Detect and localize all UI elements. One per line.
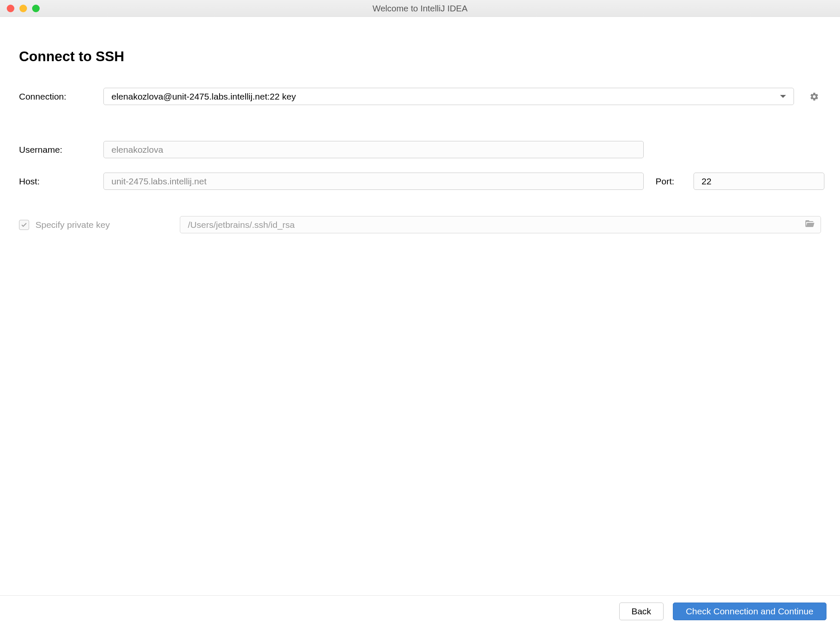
connection-row: Connection: elenakozlova@unit-2475.labs.… (19, 88, 821, 105)
private-key-row: Specify private key /Users/jetbrains/.ss… (19, 216, 821, 233)
port-input[interactable] (694, 173, 824, 190)
back-button[interactable]: Back (619, 603, 664, 620)
host-input[interactable] (103, 173, 644, 190)
gear-icon (810, 92, 819, 101)
connection-value: elenakozlova@unit-2475.labs.intellij.net… (111, 92, 780, 102)
chevron-down-icon (780, 95, 786, 98)
private-key-path-value: /Users/jetbrains/.ssh/id_rsa (188, 220, 805, 230)
username-label: Username: (19, 145, 103, 155)
private-key-checkbox-container: Specify private key (19, 220, 180, 230)
port-label: Port: (656, 176, 694, 186)
host-row: Host: Port: (19, 173, 821, 190)
connection-label: Connection: (19, 92, 103, 102)
title-bar: Welcome to IntelliJ IDEA (0, 0, 840, 17)
window-controls (7, 5, 40, 12)
private-key-path-field[interactable]: /Users/jetbrains/.ssh/id_rsa (180, 216, 821, 233)
private-key-label: Specify private key (35, 220, 110, 230)
maximize-window-button[interactable] (32, 5, 40, 12)
private-key-checkbox[interactable] (19, 220, 29, 230)
connection-dropdown-container: elenakozlova@unit-2475.labs.intellij.net… (103, 88, 821, 105)
continue-button[interactable]: Check Connection and Continue (673, 603, 826, 620)
minimize-window-button[interactable] (19, 5, 27, 12)
footer: Back Check Connection and Continue (0, 595, 840, 627)
username-input[interactable] (103, 141, 644, 158)
connection-settings-button[interactable] (807, 90, 821, 103)
check-icon (21, 222, 27, 228)
folder-open-icon (805, 219, 815, 229)
connection-dropdown[interactable]: elenakozlova@unit-2475.labs.intellij.net… (103, 88, 794, 105)
username-row: Username: (19, 141, 821, 158)
page-title: Connect to SSH (19, 49, 821, 65)
browse-key-button[interactable] (805, 219, 815, 231)
host-label: Host: (19, 176, 103, 186)
content-area: Connect to SSH Connection: elenakozlova@… (0, 17, 840, 233)
close-window-button[interactable] (7, 5, 14, 12)
window-title: Welcome to IntelliJ IDEA (372, 3, 467, 14)
